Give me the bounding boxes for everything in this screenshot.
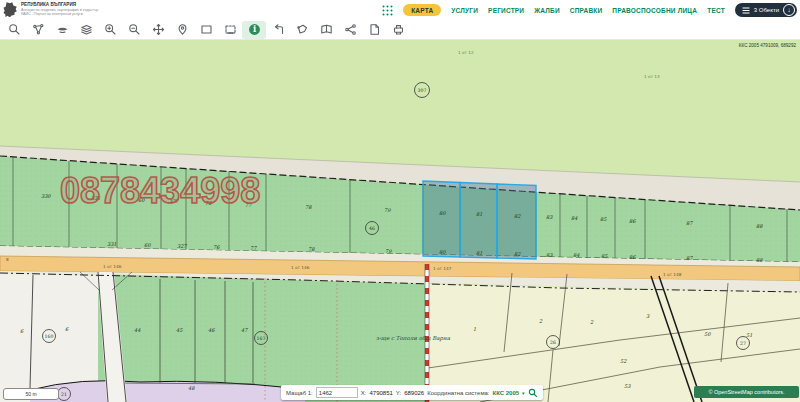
road-label: 1 от 13 xyxy=(644,74,660,79)
nav-item-test[interactable]: ТЕСТ xyxy=(707,7,725,14)
nav-item-pravosposobni-litsa[interactable]: ПРАВОСПОСОБНИ ЛИЦА xyxy=(612,7,697,14)
selected-parcels[interactable] xyxy=(423,181,536,259)
svg-text:85: 85 xyxy=(601,253,608,259)
layers-icon xyxy=(80,23,93,36)
selected-parcel-81[interactable] xyxy=(460,183,497,259)
parcel-number: 53 xyxy=(624,383,631,389)
share-tool-button[interactable] xyxy=(338,21,362,39)
svg-text:87: 87 xyxy=(686,255,693,261)
circle-label: 21 xyxy=(61,392,67,397)
polygon-select-icon xyxy=(296,23,309,36)
document-tool-button[interactable] xyxy=(362,21,386,39)
pan-icon xyxy=(152,23,165,36)
select-rectangle-tool-button[interactable] xyxy=(194,21,218,39)
visibility-tool-button[interactable] xyxy=(50,21,74,39)
phone-watermark: 0878434998 xyxy=(60,170,260,212)
snap-tool-button[interactable] xyxy=(26,21,50,39)
svg-text:82: 82 xyxy=(514,213,521,219)
search-tool-button[interactable] xyxy=(2,21,26,39)
svg-text:85: 85 xyxy=(600,216,607,222)
parcel-number: 44 xyxy=(134,327,141,333)
scale-input[interactable] xyxy=(316,387,358,398)
info-tool-button[interactable]: i xyxy=(242,21,266,39)
circle-label: 46 xyxy=(369,226,375,231)
document-icon xyxy=(368,23,381,36)
osm-attribution-button[interactable]: © OpenStreetMap contributors. xyxy=(694,386,799,398)
search-icon xyxy=(8,23,21,36)
svg-text:78: 78 xyxy=(305,204,312,210)
rectangle-select-icon xyxy=(200,23,213,36)
landed-area-label: з-ще с Тополи общ Варна xyxy=(376,335,451,342)
crs-coordinates-overlay: ККС 2005 4791009, 689292 xyxy=(739,43,796,48)
svg-text:79: 79 xyxy=(384,207,391,213)
circle-label: 27 xyxy=(740,341,746,346)
svg-text:79: 79 xyxy=(385,248,392,254)
select-polygon-tool-button[interactable] xyxy=(290,21,314,39)
share-icon xyxy=(344,23,357,36)
zoom-out-tool-button[interactable] xyxy=(122,21,146,39)
print-tool-button[interactable] xyxy=(386,21,410,39)
parcel-number: 46 xyxy=(208,327,215,333)
previous-view-tool-button[interactable] xyxy=(266,21,290,39)
svg-text:81: 81 xyxy=(476,211,482,217)
zoom-in-tool-button[interactable] xyxy=(98,21,122,39)
circle-label: 26 xyxy=(550,340,556,345)
nav-item-spravki[interactable]: СПРАВКИ xyxy=(570,7,603,14)
circle-label: 160 xyxy=(45,334,54,339)
crs-select[interactable]: ККС 2005 xyxy=(493,390,520,396)
svg-text:77: 77 xyxy=(250,245,257,251)
chevron-down-icon[interactable]: ▾ xyxy=(522,390,525,396)
nav-item-zhalbi[interactable]: ЖАЛБИ xyxy=(534,7,560,14)
parcel-number: 48 xyxy=(188,385,195,391)
main-nav: КАРТА УСЛУГИ РЕГИСТРИ ЖАЛБИ СПРАВКИ ПРАВ… xyxy=(382,0,797,20)
objects-menu-button[interactable]: 3 Обекти ↓ xyxy=(735,3,797,17)
parcel-number: 50 xyxy=(704,331,711,337)
parcel-number: 51 xyxy=(746,332,752,338)
apps-grid-icon[interactable] xyxy=(382,5,393,16)
map-statusbar: Мащаб 1: X: 4790851 Y: 689026 Координатн… xyxy=(281,385,543,400)
hamburger-icon xyxy=(742,7,750,14)
map-toolbar: i xyxy=(0,20,800,40)
parcel-number: 1 xyxy=(473,326,476,332)
nav-item-uslugi[interactable]: УСЛУГИ xyxy=(451,7,478,14)
eye-icon xyxy=(56,23,69,36)
scale-bar: 50 m xyxy=(3,388,59,400)
pan-tool-button[interactable] xyxy=(146,21,170,39)
y-label: Y: xyxy=(396,390,401,396)
map-canvas[interactable]: 307 46 160 21 167 26 27 330 331 60 327 7… xyxy=(0,40,800,402)
coordinate-search-icon[interactable] xyxy=(528,388,538,398)
svg-text:80: 80 xyxy=(439,249,446,255)
nav-item-karta[interactable]: КАРТА xyxy=(403,4,441,16)
road-label: 8 xyxy=(6,257,9,262)
svg-text:86: 86 xyxy=(629,254,636,260)
circle-label: 167 xyxy=(257,336,266,341)
selected-parcel-82[interactable] xyxy=(497,184,536,259)
svg-text:330: 330 xyxy=(41,193,51,199)
svg-text:78: 78 xyxy=(308,246,315,252)
objects-count-label: 3 Обекти xyxy=(754,7,779,13)
svg-text:80: 80 xyxy=(439,210,446,216)
svg-text:84: 84 xyxy=(571,215,578,221)
road-label: 1 от 12 xyxy=(458,50,474,55)
svg-text:81: 81 xyxy=(476,250,482,256)
cadastral-map[interactable]: 307 46 160 21 167 26 27 330 331 60 327 7… xyxy=(0,40,800,402)
coat-of-arms-logo xyxy=(3,1,18,17)
circle-label: 307 xyxy=(418,88,427,93)
zoom-in-icon xyxy=(104,23,117,36)
brand: РЕПУБЛИКА БЪЛГАРИЯ Агенция по геодезия, … xyxy=(3,1,98,17)
svg-text:60: 60 xyxy=(144,242,151,248)
map-sheets-tool-button[interactable] xyxy=(314,21,338,39)
x-coordinate: 4790851 xyxy=(369,390,392,396)
extent-icon xyxy=(224,23,237,36)
road-label: 1 от 148 xyxy=(663,272,682,277)
collapse-arrow-icon[interactable]: ↓ xyxy=(783,4,795,16)
svg-text:88: 88 xyxy=(756,223,763,229)
layers-tool-button[interactable] xyxy=(74,21,98,39)
selected-parcel-80[interactable] xyxy=(423,181,460,257)
svg-text:86: 86 xyxy=(629,218,636,224)
svg-text:83: 83 xyxy=(546,214,553,220)
locate-tool-button[interactable] xyxy=(170,21,194,39)
parcel-number: 47 xyxy=(241,327,248,333)
zoom-extent-tool-button[interactable] xyxy=(218,21,242,39)
nav-item-registri[interactable]: РЕГИСТРИ xyxy=(488,7,524,14)
